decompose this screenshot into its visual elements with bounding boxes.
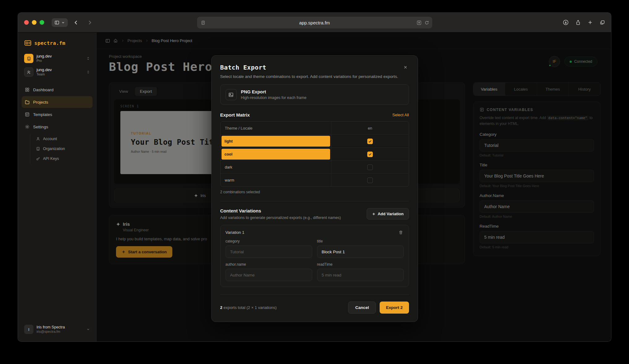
variation-card: Variation 1 category title aut	[220, 225, 409, 287]
sidebar-item-organization[interactable]: Organization	[33, 144, 93, 154]
author-name-input[interactable]	[226, 269, 312, 281]
sidebar-item-account[interactable]: Account	[33, 134, 93, 144]
readtime-input[interactable]	[317, 269, 404, 281]
locale-checkbox[interactable]	[367, 165, 373, 170]
logo[interactable]: spectra.fm	[22, 38, 93, 52]
folder-icon	[25, 100, 30, 105]
combinations-selected-note: 2 combinations selected	[220, 190, 409, 194]
select-all-link[interactable]: Select All	[392, 113, 409, 117]
sidebar-item-label: Organization	[43, 147, 65, 151]
sidebar-item-settings[interactable]: Settings	[22, 121, 93, 133]
field-label-category: category	[226, 239, 312, 243]
matrix-row-cool[interactable]: cool	[221, 148, 409, 161]
matrix-row-warm[interactable]: warm	[221, 173, 409, 186]
sidebar-item-projects[interactable]: Projects	[22, 96, 93, 108]
category-input[interactable]	[226, 246, 312, 258]
tab-overview-icon[interactable]	[600, 20, 605, 25]
theme-label: light	[222, 136, 330, 147]
locale-checkbox[interactable]	[367, 178, 373, 183]
team-avatar-icon	[24, 67, 33, 77]
field-label-title: title	[317, 239, 404, 243]
matrix-row-dark[interactable]: dark	[221, 161, 409, 173]
sidebar-item-label: Settings	[33, 125, 48, 129]
address-bar[interactable]: app.spectra.fm	[197, 17, 432, 28]
zoom-window-button[interactable]	[40, 20, 44, 25]
reload-icon[interactable]	[424, 20, 429, 25]
sidebar-item-label: Templates	[33, 112, 52, 117]
app-sidebar: spectra.fm jung.dev Pro ju	[18, 32, 97, 341]
account-tier: Team	[37, 72, 83, 76]
new-tab-icon[interactable]	[588, 20, 593, 25]
export-type-description: High-resolution images for each frame	[241, 96, 307, 100]
url-text: app.spectra.fm	[299, 20, 330, 25]
translate-icon[interactable]	[417, 20, 421, 25]
minimize-window-button[interactable]	[32, 20, 37, 25]
title-input[interactable]	[317, 246, 404, 258]
close-icon[interactable]	[402, 64, 409, 71]
share-icon[interactable]	[575, 20, 581, 25]
export-button[interactable]: Export 2	[380, 302, 409, 314]
add-variation-button[interactable]: Add Variation	[367, 208, 409, 220]
modal-title: Batch Export	[220, 64, 266, 71]
image-icon	[226, 89, 237, 100]
account-name: jung.dev	[37, 68, 83, 72]
key-icon	[36, 156, 40, 161]
export-matrix-title: Export Matrix	[220, 112, 250, 118]
logo-text: spectra.fm	[34, 40, 65, 46]
locale-checkbox[interactable]	[367, 152, 373, 157]
user-avatar: I	[24, 325, 33, 334]
theme-label: warm	[221, 174, 331, 186]
templates-icon	[25, 112, 30, 117]
exports-summary: 2 exports total (2 × 1 variations)	[220, 305, 277, 310]
downloads-icon[interactable]	[563, 19, 569, 25]
browser-titlebar: app.spectra.fm	[18, 13, 611, 32]
matrix-header-row: Theme / Locale en	[221, 122, 409, 135]
chevron-down-icon	[86, 328, 90, 331]
sidebar-item-label: Account	[43, 137, 57, 141]
settings-subnav: Account Organization API Keys	[30, 134, 93, 164]
logo-icon	[24, 39, 32, 47]
export-type-title: PNG Export	[241, 89, 307, 94]
account-name: jung.dev	[37, 54, 83, 59]
page-icon	[201, 20, 205, 25]
sidebar-item-api-keys[interactable]: API Keys	[33, 154, 93, 164]
user-email: iris@spectra.fm	[37, 330, 83, 334]
theme-label: dark	[221, 161, 331, 173]
locale-checkbox[interactable]	[367, 139, 373, 144]
back-button[interactable]	[71, 18, 81, 27]
export-type-card[interactable]: PNG Export High-resolution images for ea…	[220, 84, 409, 105]
account-switcher-team[interactable]: jung.dev Team	[22, 65, 93, 79]
variation-label: Variation 1	[226, 230, 244, 235]
dashboard-icon	[25, 87, 30, 92]
tab-sidebar-toggle[interactable]	[52, 18, 68, 27]
chevron-updown-icon	[86, 70, 90, 74]
plus-icon	[372, 212, 376, 216]
org-avatar-icon	[24, 54, 33, 63]
browser-window: app.spectra.fm	[18, 12, 611, 342]
chevron-down-icon	[61, 21, 65, 24]
modal-subtitle: Select locale and theme combinations to …	[220, 74, 409, 79]
sidebar-item-dashboard[interactable]: Dashboard	[22, 84, 93, 96]
account-switcher-pro[interactable]: jung.dev Pro	[22, 52, 93, 65]
field-label-author-name: author.name	[226, 262, 312, 267]
sidebar-user-footer[interactable]: I Iris from Spectra iris@spectra.fm	[22, 322, 93, 336]
trash-icon[interactable]	[398, 229, 404, 235]
account-tier: Pro	[37, 59, 83, 63]
check-icon	[368, 152, 372, 156]
traffic-lights	[24, 20, 44, 25]
check-icon	[368, 139, 372, 143]
content-variations-subtitle: Add variations to generate personalized …	[220, 216, 341, 220]
chevron-updown-icon	[86, 56, 90, 61]
theme-label: cool	[222, 149, 330, 160]
sidebar-item-label: API Keys	[43, 156, 59, 161]
close-window-button[interactable]	[24, 20, 29, 25]
cancel-button[interactable]: Cancel	[348, 302, 376, 314]
theme-column-header: Theme / Locale	[221, 122, 332, 135]
gear-icon	[25, 124, 30, 129]
forward-button[interactable]	[84, 18, 95, 27]
sidebar-panel-icon	[54, 20, 59, 25]
export-matrix-table: Theme / Locale en light cool dark warm	[220, 121, 409, 187]
add-variation-label: Add Variation	[378, 212, 404, 216]
matrix-row-light[interactable]: light	[221, 135, 409, 148]
sidebar-item-templates[interactable]: Templates	[22, 109, 93, 120]
